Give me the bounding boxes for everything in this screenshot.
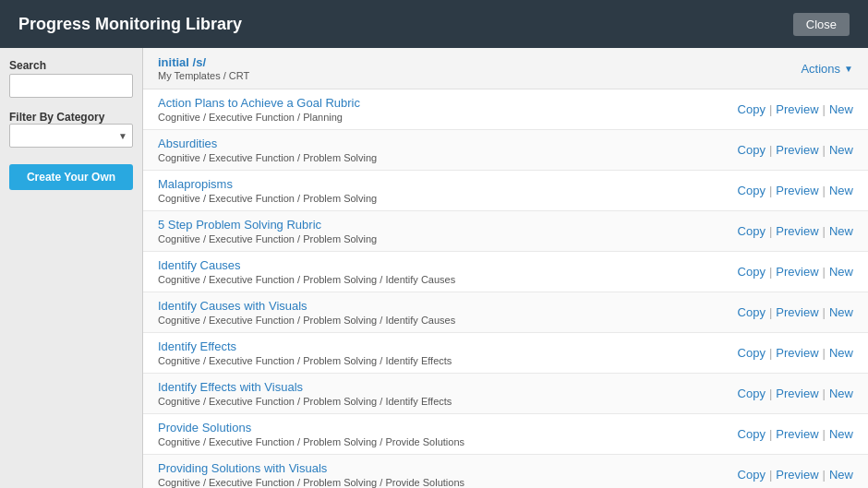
item-actions: Copy | Preview | New [738, 184, 853, 197]
item-left: Malapropisms Cognitive / Executive Funct… [158, 177, 377, 204]
separator: | [823, 224, 826, 238]
sidebar: Search Filter By Category ▼ Create Your … [0, 48, 143, 488]
new-link[interactable]: New [829, 184, 853, 197]
modal-body: Search Filter By Category ▼ Create Your … [0, 48, 868, 488]
list-header-row: initial /s/ My Templates / CRT Actions ▼ [143, 48, 868, 89]
separator: | [823, 427, 826, 441]
new-link[interactable]: New [829, 387, 853, 400]
item-name[interactable]: Providing Solutions with Visuals [158, 461, 464, 475]
separator: | [769, 468, 772, 482]
filter-select[interactable] [9, 124, 133, 148]
item-category: Cognitive / Executive Function / Problem… [158, 315, 455, 326]
content-area: initial /s/ My Templates / CRT Actions ▼… [143, 48, 868, 488]
item-name[interactable]: Identify Causes [158, 258, 455, 272]
item-name[interactable]: Absurdities [158, 137, 377, 150]
item-actions: Copy | Preview | New [738, 265, 853, 279]
item-actions: Copy | Preview | New [738, 346, 853, 360]
list-item: Action Plans to Achieve a Goal Rubric Co… [143, 89, 868, 130]
copy-link[interactable]: Copy [738, 468, 766, 482]
separator: | [823, 346, 826, 360]
item-left: Provide Solutions Cognitive / Executive … [158, 421, 464, 447]
item-name[interactable]: Malapropisms [158, 177, 377, 191]
item-left: Identify Causes Cognitive / Executive Fu… [158, 258, 455, 285]
preview-link[interactable]: Preview [776, 305, 818, 319]
preview-link[interactable]: Preview [776, 102, 818, 116]
actions-label: Actions [801, 62, 840, 76]
copy-link[interactable]: Copy [738, 143, 766, 157]
item-name[interactable]: Identify Effects with Visuals [158, 380, 452, 394]
modal-container: Progress Monitoring Library Close Search… [0, 0, 868, 488]
copy-link[interactable]: Copy [738, 346, 766, 360]
separator: | [823, 468, 826, 482]
separator: | [823, 102, 826, 116]
new-link[interactable]: New [829, 468, 853, 482]
item-category: Cognitive / Executive Function / Problem… [158, 152, 377, 163]
item-actions: Copy | Preview | New [738, 468, 853, 482]
list-header-title[interactable]: initial /s/ [158, 55, 249, 69]
item-category: Cognitive / Executive Function / Problem… [158, 396, 452, 407]
separator: | [769, 102, 772, 116]
item-actions: Copy | Preview | New [738, 305, 853, 319]
close-button[interactable]: Close [793, 13, 850, 36]
modal-header: Progress Monitoring Library Close [0, 0, 868, 48]
list-header-left: initial /s/ My Templates / CRT [158, 55, 249, 81]
copy-link[interactable]: Copy [738, 265, 766, 279]
item-name[interactable]: Identify Causes with Visuals [158, 299, 455, 313]
filter-label: Filter By Category [9, 111, 133, 124]
separator: | [769, 427, 772, 441]
new-link[interactable]: New [829, 427, 853, 441]
new-link[interactable]: New [829, 265, 853, 279]
copy-link[interactable]: Copy [738, 387, 766, 400]
separator: | [769, 265, 772, 279]
copy-link[interactable]: Copy [738, 102, 766, 116]
item-left: Identify Effects with Visuals Cognitive … [158, 380, 452, 407]
preview-link[interactable]: Preview [776, 427, 818, 441]
copy-link[interactable]: Copy [738, 224, 766, 238]
item-actions: Copy | Preview | New [738, 387, 853, 400]
preview-link[interactable]: Preview [776, 346, 818, 360]
separator: | [823, 265, 826, 279]
item-category: Cognitive / Executive Function / Problem… [158, 355, 452, 366]
copy-link[interactable]: Copy [738, 305, 766, 319]
separator: | [823, 305, 826, 319]
preview-link[interactable]: Preview [776, 387, 818, 400]
item-left: Action Plans to Achieve a Goal Rubric Co… [158, 96, 360, 123]
search-input[interactable] [9, 74, 133, 98]
item-category: Cognitive / Executive Function / Problem… [158, 233, 377, 244]
preview-link[interactable]: Preview [776, 265, 818, 279]
new-link[interactable]: New [829, 305, 853, 319]
item-name[interactable]: Action Plans to Achieve a Goal Rubric [158, 96, 360, 110]
create-your-own-button[interactable]: Create Your Own [9, 164, 133, 190]
item-name[interactable]: 5 Step Problem Solving Rubric [158, 218, 377, 232]
preview-link[interactable]: Preview [776, 468, 818, 482]
item-name[interactable]: Provide Solutions [158, 421, 464, 434]
item-left: Providing Solutions with Visuals Cogniti… [158, 461, 464, 488]
search-label: Search [9, 59, 133, 72]
item-actions: Copy | Preview | New [738, 143, 853, 157]
item-name[interactable]: Identify Effects [158, 339, 452, 353]
preview-link[interactable]: Preview [776, 224, 818, 238]
new-link[interactable]: New [829, 102, 853, 116]
new-link[interactable]: New [829, 224, 853, 238]
copy-link[interactable]: Copy [738, 184, 766, 197]
preview-link[interactable]: Preview [776, 184, 818, 197]
items-list: Action Plans to Achieve a Goal Rubric Co… [143, 89, 868, 488]
list-item: Identify Effects Cognitive / Executive F… [143, 333, 868, 374]
item-actions: Copy | Preview | New [738, 102, 853, 116]
separator: | [769, 143, 772, 157]
item-left: Identify Causes with Visuals Cognitive /… [158, 299, 455, 326]
separator: | [823, 387, 826, 400]
search-section: Search [9, 59, 133, 98]
list-item: Identify Effects with Visuals Cognitive … [143, 374, 868, 414]
item-category: Cognitive / Executive Function / Problem… [158, 436, 464, 447]
chevron-down-icon: ▼ [844, 64, 853, 74]
preview-link[interactable]: Preview [776, 143, 818, 157]
new-link[interactable]: New [829, 143, 853, 157]
actions-button[interactable]: Actions ▼ [801, 62, 853, 76]
new-link[interactable]: New [829, 346, 853, 360]
list-item: Absurdities Cognitive / Executive Functi… [143, 130, 868, 171]
item-category: Cognitive / Executive Function / Plannin… [158, 112, 360, 123]
copy-link[interactable]: Copy [738, 427, 766, 441]
filter-select-wrapper: ▼ [9, 124, 133, 148]
separator: | [769, 305, 772, 319]
